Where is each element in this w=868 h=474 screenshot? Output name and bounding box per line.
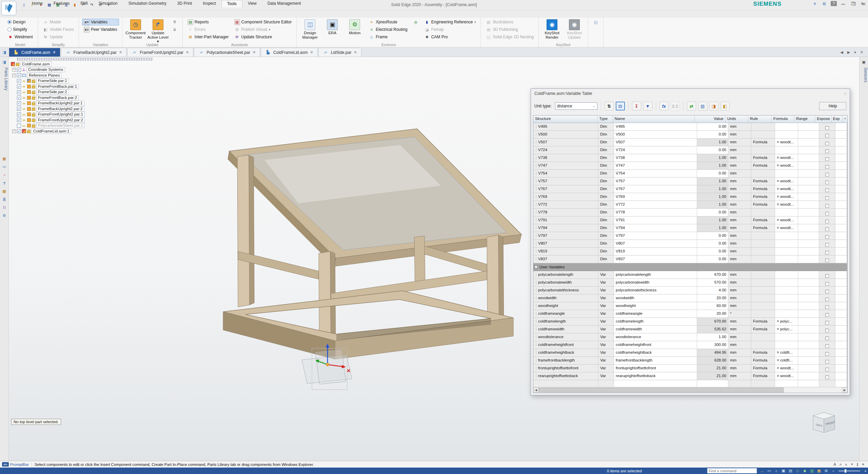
cell-expose[interactable]: [819, 287, 835, 294]
expose-checkbox[interactable]: [825, 336, 829, 340]
close-tab-icon[interactable]: ✕: [310, 50, 313, 55]
filter-tree-button[interactable]: ⊟: [616, 102, 625, 110]
design-manager-button[interactable]: ◫Design Manager: [299, 19, 321, 40]
tab-scroll-right-icon[interactable]: ▶: [847, 50, 850, 55]
tree-item-label[interactable]: Coordinate Systems: [26, 67, 65, 72]
variable-row[interactable]: ┊woodheightVarwoodheight60.00mm: [533, 302, 847, 310]
horizontal-scrollbar[interactable]: ◀ ▶: [533, 387, 847, 393]
component-structure-editor-button[interactable]: ▦Component Structure Editor: [233, 19, 294, 25]
publish-virtual-button[interactable]: ⊡Publish Virtual▾: [233, 26, 294, 33]
tree-item-label[interactable]: ColdFrame.asm: [20, 62, 52, 67]
cell-expose[interactable]: [819, 154, 835, 162]
cell-expose[interactable]: [819, 123, 835, 130]
cell-expose[interactable]: [819, 178, 835, 185]
variable-row[interactable]: ┊rearuprightoffsettobackVarrearuprightof…: [533, 372, 847, 380]
electrical-routing-button[interactable]: ≡Electrical Routing: [367, 26, 409, 33]
expose-checkbox[interactable]: [825, 196, 829, 200]
formula-button[interactable]: fx: [659, 102, 669, 110]
reports-pane-icon[interactable]: ≣: [1, 197, 7, 202]
tab-tab-list-icon[interactable]: ▾: [854, 50, 856, 55]
zoom-area-icon[interactable]: ○: [774, 469, 779, 473]
tree-item[interactable]: ColdFrame.asm: [11, 61, 153, 67]
simplify-radio[interactable]: [7, 27, 12, 32]
peer-variables-button[interactable]: x≡Peer Variables: [82, 26, 119, 33]
expose-checkbox[interactable]: [825, 305, 829, 309]
solid-edge-logo-icon[interactable]: [1, 1, 16, 15]
cell-expose[interactable]: [819, 162, 835, 169]
column-header-units[interactable]: Units: [726, 116, 748, 123]
variable-row[interactable]: ┊V794DimV7941.00mmFormula= woodt...: [533, 224, 847, 232]
cell-expose[interactable]: [819, 146, 835, 154]
expose-checkbox[interactable]: [825, 290, 829, 293]
expose-checkbox[interactable]: [825, 134, 829, 138]
tree-item-label[interactable]: FrameSide.par:2: [36, 89, 69, 95]
cell-value[interactable]: 1.00: [697, 224, 728, 232]
variable-row[interactable]: ┊V738DimV7381.00mmFormula= woodt...: [533, 154, 847, 162]
cell-value[interactable]: 21.00: [697, 372, 728, 380]
dialog-close-icon[interactable]: x: [844, 91, 846, 96]
sensors-tab[interactable]: Sensors: [860, 67, 868, 82]
visible-faces-button[interactable]: ◧Visible Faces: [41, 26, 76, 33]
expose-checkbox[interactable]: [825, 375, 829, 379]
tree-item-label[interactable]: Reference Planes: [27, 73, 61, 78]
help-icon[interactable]: ?: [831, 1, 837, 6]
help-pane-icon[interactable]: ?: [1, 180, 7, 186]
cell-value[interactable]: 670.00: [697, 271, 728, 279]
visibility-checkbox[interactable]: ✓: [17, 79, 21, 83]
update-active-level-button[interactable]: ↱Update Active Level ▾: [147, 19, 169, 44]
restore-doc-icon[interactable]: ❐: [850, 1, 856, 6]
variable-row[interactable]: ┊coldframelengthVarcoldframelength670.00…: [533, 318, 847, 326]
scroll-up-icon[interactable]: ∧: [843, 116, 847, 123]
parts-library-toggle-icon[interactable]: ◨: [0, 48, 9, 57]
sort-order-button[interactable]: ↧: [632, 102, 641, 110]
column-header-name[interactable]: Name: [613, 116, 695, 123]
cell-value[interactable]: 60.00: [697, 302, 728, 310]
visibility-checkbox[interactable]: ✓: [17, 84, 21, 88]
cascade-windows-icon[interactable]: ≡: [812, 1, 818, 6]
menu-icon[interactable]: ▼: [851, 463, 853, 466]
cell-expose[interactable]: [819, 185, 835, 193]
cell-value[interactable]: 628.00: [697, 357, 728, 364]
ribbon-tab-inspect[interactable]: Inspect: [197, 0, 221, 7]
errors-button[interactable]: ✓Errors: [186, 26, 231, 33]
doc-tab-coldframelid.asm[interactable]: ▙ColdFrameLid.asm✕: [261, 48, 318, 57]
tree-item[interactable]: ✓∞FrameBackUpright2.par:2: [11, 106, 153, 111]
expose-checkbox[interactable]: [825, 274, 829, 278]
window-layout-icon[interactable]: ⊞: [824, 469, 829, 473]
expose-checkbox[interactable]: [825, 297, 829, 301]
column-header-rule[interactable]: Rule: [748, 116, 772, 123]
tree-item-label[interactable]: FrameSide.par:1: [36, 78, 69, 83]
tree-item[interactable]: ✓∞FrameFrontBack.par:2: [11, 95, 153, 100]
expose-checkbox[interactable]: [825, 181, 829, 184]
view-orientation-cube[interactable]: LEFT FRONT: [808, 408, 839, 435]
expose-checkbox[interactable]: [825, 344, 829, 348]
expose-checkbox[interactable]: [825, 251, 829, 254]
return-view-icon[interactable]: →: [760, 469, 765, 473]
expand-icon[interactable]: +: [12, 129, 16, 133]
visibility-checkbox[interactable]: ✓: [17, 68, 21, 72]
cell-expose[interactable]: [819, 302, 835, 310]
column-header-structure[interactable]: Structure: [533, 116, 597, 123]
expose-checkbox[interactable]: [825, 126, 829, 130]
cell-value[interactable]: 1.00: [697, 162, 728, 169]
frame-button[interactable]: ◇Frame: [367, 34, 409, 40]
variable-row[interactable]: ┊woodtoleranceVarwoodtolerance1.00mm: [533, 333, 847, 341]
settings-pane-icon[interactable]: ⚙: [1, 213, 7, 219]
cell-value[interactable]: 1.00: [697, 139, 728, 146]
close-tab-icon[interactable]: ✕: [253, 50, 256, 55]
cell-value[interactable]: 0.00: [697, 255, 728, 263]
ribbon-tab-home[interactable]: Home: [26, 0, 48, 7]
copy-to-part-button[interactable]: ◨: [709, 102, 718, 110]
variable-row[interactable]: ┊V724DimV7240.00mm: [533, 146, 847, 154]
visibility-checkbox[interactable]: ✓: [17, 107, 21, 111]
cell-value[interactable]: 0.00: [697, 146, 728, 154]
font-increase-icon[interactable]: A: [833, 462, 836, 467]
cell-value[interactable]: 4.00: [697, 287, 728, 294]
expand-icon[interactable]: +: [12, 74, 16, 77]
cell-expose[interactable]: [819, 380, 835, 387]
filter-button[interactable]: ▼: [643, 102, 652, 110]
cell-value[interactable]: 0.00: [697, 248, 728, 255]
scroll-left-icon[interactable]: ◀: [533, 387, 539, 393]
expose-checkbox[interactable]: [825, 227, 829, 231]
update-all-button[interactable]: ⇈: [170, 19, 179, 25]
